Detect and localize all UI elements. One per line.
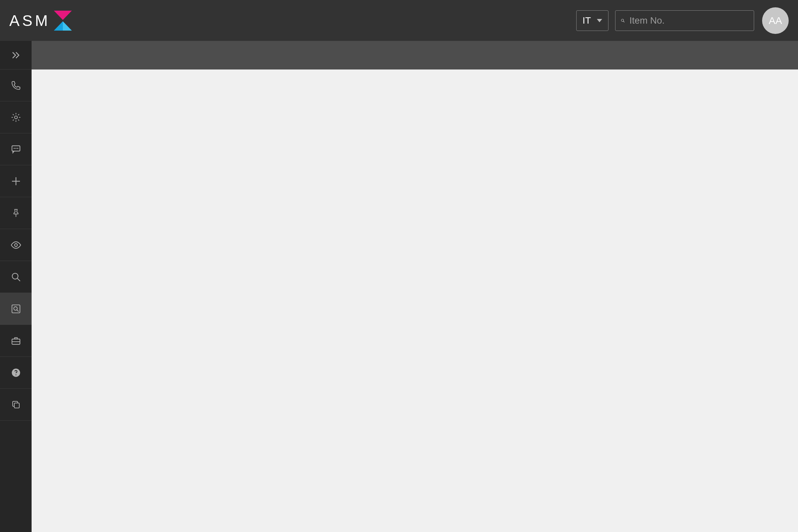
sidebar-item-view[interactable] xyxy=(0,229,32,261)
svg-point-18 xyxy=(14,307,17,310)
plus-icon xyxy=(11,176,21,187)
sidebar xyxy=(0,41,32,532)
document-search-icon xyxy=(11,304,21,314)
svg-point-14 xyxy=(14,243,17,246)
svg-marker-0 xyxy=(54,11,72,20)
svg-line-19 xyxy=(17,309,18,311)
sidebar-expand-button[interactable] xyxy=(0,41,32,70)
sidebar-item-copy[interactable] xyxy=(0,389,32,421)
svg-point-9 xyxy=(16,148,16,148)
svg-rect-17 xyxy=(12,305,20,313)
phone-icon xyxy=(11,80,21,91)
gear-icon xyxy=(11,112,21,123)
copy-icon xyxy=(11,400,21,410)
svg-point-15 xyxy=(12,273,18,279)
sidebar-item-search[interactable] xyxy=(0,261,32,293)
main-content xyxy=(32,70,798,532)
chat-icon xyxy=(11,144,21,155)
language-selected: IT xyxy=(583,15,591,26)
app-header: ASM IT AA xyxy=(0,0,798,41)
sidebar-item-phone[interactable] xyxy=(0,70,32,101)
sidebar-item-pin[interactable] xyxy=(0,197,32,229)
search-icon xyxy=(621,16,625,25)
search-icon xyxy=(11,272,21,282)
user-avatar[interactable]: AA xyxy=(762,7,789,34)
svg-point-8 xyxy=(14,148,14,148)
search-field[interactable] xyxy=(615,10,754,31)
svg-point-4 xyxy=(622,19,624,21)
sidebar-item-chat[interactable] xyxy=(0,133,32,165)
svg-marker-2 xyxy=(54,21,63,31)
svg-point-23 xyxy=(15,374,16,375)
search-input[interactable] xyxy=(629,15,748,26)
svg-rect-24 xyxy=(14,403,19,408)
avatar-initials: AA xyxy=(769,15,782,26)
help-icon xyxy=(11,368,21,378)
sidebar-item-briefcase[interactable] xyxy=(0,325,32,357)
svg-point-10 xyxy=(17,148,18,148)
svg-line-16 xyxy=(17,278,20,281)
svg-point-6 xyxy=(14,116,17,119)
logo-mark-icon xyxy=(53,10,73,31)
pin-icon xyxy=(11,208,21,218)
chevron-down-icon xyxy=(597,19,602,22)
svg-line-5 xyxy=(624,21,625,22)
sidebar-item-settings[interactable] xyxy=(0,101,32,133)
logo-text: ASM xyxy=(9,12,51,30)
page-subheader xyxy=(32,41,798,70)
sidebar-item-add[interactable] xyxy=(0,165,32,197)
language-selector[interactable]: IT xyxy=(576,10,608,31)
sidebar-item-search-doc[interactable] xyxy=(0,293,32,325)
svg-marker-3 xyxy=(63,21,72,31)
briefcase-icon xyxy=(11,336,21,346)
logo: ASM xyxy=(9,10,73,31)
sidebar-item-help[interactable] xyxy=(0,357,32,389)
chevron-double-right-icon xyxy=(11,50,21,60)
eye-icon xyxy=(10,240,22,251)
